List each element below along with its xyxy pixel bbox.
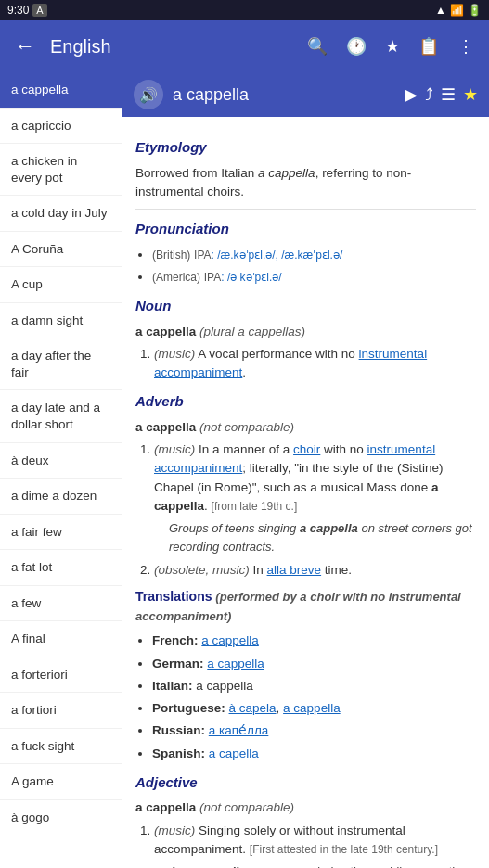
pronunciation-list: (British) IPA: /æ.kəˈpɛl.ə/, /æ.kæˈpɛl.ə… [135, 246, 476, 287]
sidebar-item-a-fortiori[interactable]: a fortiori [0, 693, 122, 729]
sidebar-item-a-cold-day-in-july[interactable]: a cold day in July [0, 196, 122, 232]
back-button[interactable]: ← [7, 27, 43, 66]
sidebar-item-a-forteriori[interactable]: a forteriori [0, 657, 122, 694]
divider-1 [135, 209, 476, 210]
adverb-definitions: (music) In a manner of a choir with no i… [135, 440, 476, 580]
adverb-choir-link[interactable]: choir [293, 442, 320, 456]
noun-def-1-link[interactable]: instrumental accompaniment [154, 347, 427, 379]
adverb-quote-1: Groups of teens singing a cappella on st… [169, 519, 476, 555]
noun-definitions: (music) A vocal performance with no inst… [135, 345, 476, 383]
pronunciation-title: Pronunciation [135, 219, 476, 240]
sidebar-item-a-chicken-in-every-pot[interactable]: a chicken in every pot [0, 144, 122, 196]
noun-title: Noun [135, 296, 476, 317]
word-list-sidebar: a cappella a capriccio a chicken in ever… [0, 72, 122, 868]
header-title: English [50, 36, 292, 57]
adjective-definitions: (music) Singing solely or without instru… [135, 822, 476, 869]
status-time: 9:30 [7, 4, 29, 17]
definition-panel: 🔊 a cappella ▶ ⤴ ☰ ★ Etymology Borrowed … [122, 72, 489, 868]
translation-italian: Italian: a cappella [152, 677, 476, 696]
etymology-section: Etymology Borrowed from Italian a cappel… [135, 137, 476, 201]
word-header: 🔊 a cappella ▶ ⤴ ☰ ★ [122, 72, 489, 117]
sidebar-item-a-day-after-the-fair[interactable]: a day after the fair [0, 338, 122, 390]
network-icon: ▲ [435, 4, 446, 17]
translations-title: Translations (performed by a choir with … [135, 587, 476, 626]
translation-french: French: a cappella [152, 632, 476, 650]
bookmark-star-icon[interactable]: ★ [463, 84, 478, 105]
adjective-title: Adjective [135, 772, 476, 794]
adverb-section: Adverb a cappella (not comparable) (musi… [135, 391, 476, 580]
sidebar-item-a-few[interactable]: a few [0, 586, 122, 622]
definition-body: Etymology Borrowed from Italian a cappel… [122, 117, 489, 868]
adjective-headword: a cappella (not comparable) [135, 798, 476, 817]
sidebar-item-a-deux[interactable]: à deux [0, 443, 122, 479]
translation-spanish: Spanish: a capella [152, 745, 476, 763]
etymology-title: Etymology [135, 137, 476, 159]
alla-breve-link[interactable]: alla breve [267, 563, 322, 577]
sidebar-item-a-fair-few[interactable]: a fair few [0, 515, 122, 551]
status-bar: 9:30 A ▲ 📶 🔋 [0, 0, 489, 20]
ipa-value-american: : /ə kəˈpɛl.ə/ [221, 271, 281, 284]
translation-russian: Russian: а капе́лла [152, 721, 476, 740]
ipa-value-british: : /æ.kəˈpɛl.ə/, /æ.kæˈpɛl.ə/ [212, 249, 343, 262]
more-options-icon[interactable]: ⋮ [450, 29, 482, 64]
speaker-icon: 🔊 [139, 86, 158, 104]
history-icon[interactable]: 🕐 [339, 29, 374, 64]
sidebar-item-a-day-late-and-dollar-short[interactable]: a day late and a dollar short [0, 390, 122, 442]
translations-section: Translations (performed by a choir with … [135, 587, 476, 763]
ipa-label-american: IPA [204, 271, 221, 284]
sidebar-item-a-final[interactable]: A final [0, 621, 122, 657]
adverb-headword: a cappella (not comparable) [135, 418, 476, 437]
status-app-indicator: A [32, 4, 46, 17]
word-action-icons: ▶ ⤴ ☰ ★ [405, 84, 478, 105]
wifi-icon: 📶 [450, 4, 464, 17]
sidebar-item-a-game[interactable]: A game [0, 764, 122, 800]
battery-icon: 🔋 [468, 4, 482, 17]
adjective-section: Adjective a cappella (not comparable) (m… [135, 772, 476, 868]
pronunciation-section: Pronunciation (British) IPA: /æ.kəˈpɛl.ə… [135, 219, 476, 287]
speaker-button[interactable]: 🔊 [134, 80, 163, 109]
sidebar-item-a-coruna[interactable]: A Coruña [0, 232, 122, 268]
translations-list: French: a cappella German: a cappella It… [135, 632, 476, 763]
share-icon[interactable]: ⤴ [425, 85, 433, 105]
etymology-word: a cappella [258, 166, 315, 180]
play-icon[interactable]: ▶ [405, 84, 418, 105]
etymology-text: Borrowed from Italian a cappella, referr… [135, 164, 476, 202]
noun-section: Noun a cappella (plural a cappellas) (mu… [135, 296, 476, 382]
pronunciation-british: (British) IPA: /æ.kəˈpɛl.ə/, /æ.kæˈpɛl.ə… [152, 246, 476, 264]
list-edit-icon[interactable]: ☰ [441, 84, 456, 105]
adverb-def-1: (music) In a manner of a choir with no i… [154, 440, 476, 555]
adverb-def-2: (obsolete, music) In alla breve time. [154, 561, 476, 580]
sidebar-item-a-dime-a-dozen[interactable]: a dime a dozen [0, 479, 122, 515]
ipa-label-british: IPA [194, 249, 211, 262]
sidebar-item-a-damn-sight[interactable]: a damn sight [0, 303, 122, 339]
status-icons: ▲ 📶 🔋 [435, 4, 482, 17]
sidebar-item-a-cup[interactable]: A cup [0, 267, 122, 303]
noun-def-1: (music) A vocal performance with no inst… [154, 345, 476, 383]
app-header: ← English 🔍 🕐 ★ 📋 ⋮ [0, 20, 489, 72]
sidebar-item-a-gogo[interactable]: à gogo [0, 800, 122, 836]
adjective-def-1: (music) Singing solely or without instru… [154, 822, 476, 869]
headword-title: a cappella [173, 85, 395, 105]
translation-portuguese: Portuguese: à capela, a cappella [152, 699, 476, 718]
favorites-icon[interactable]: ★ [378, 29, 407, 64]
header-action-icons: 🔍 🕐 ★ 📋 ⋮ [300, 29, 482, 64]
pronunciation-american: (America) IPA: /ə kəˈpɛl.ə/ [152, 268, 476, 287]
adjective-quote-1: An a cappella group sang during the wedd… [169, 862, 476, 868]
search-icon[interactable]: 🔍 [300, 29, 335, 64]
sidebar-item-a-capriccio[interactable]: a capriccio [0, 108, 122, 145]
translation-german: German: a cappella [152, 655, 476, 673]
main-content: a cappella a capriccio a chicken in ever… [0, 72, 489, 868]
sidebar-item-a-fat-lot[interactable]: a fat lot [0, 550, 122, 586]
adverb-title: Adverb [135, 391, 476, 413]
sidebar-item-a-cappella[interactable]: a cappella [0, 72, 122, 108]
copy-icon[interactable]: 📋 [411, 29, 446, 64]
noun-headword: a cappella (plural a cappellas) [135, 323, 476, 341]
sidebar-item-a-fuck-sight[interactable]: a fuck sight [0, 729, 122, 765]
